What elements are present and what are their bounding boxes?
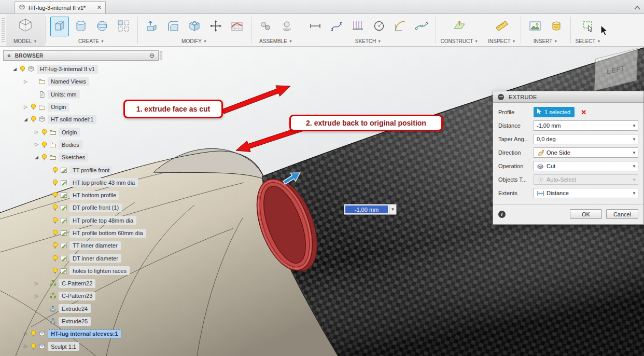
expand-arrow-icon[interactable]: ▷ (32, 294, 41, 298)
tree-item[interactable]: Extrude24 (3, 303, 159, 315)
visibility-bulb-icon[interactable] (52, 167, 60, 174)
tree-item[interactable]: ▷Origin (3, 126, 159, 138)
direction-select[interactable]: One Side▼ (534, 147, 638, 158)
plane-offset-tool-button[interactable] (450, 17, 469, 36)
tree-item[interactable]: HT profile top 48mm dia (3, 214, 159, 227)
ground-tool-button[interactable] (277, 17, 296, 36)
ok-button[interactable]: OK (570, 209, 602, 219)
visibility-bulb-icon[interactable] (41, 141, 49, 148)
box-tool-button[interactable] (50, 17, 69, 36)
insert-image-tool-button[interactable] (526, 17, 544, 36)
tree-item[interactable]: Units: mm (3, 88, 159, 101)
collapse-panel-icon[interactable]: « (7, 52, 11, 59)
expand-arrow-icon[interactable]: ▷ (21, 332, 30, 336)
chevron-down-icon[interactable]: ▼ (630, 137, 636, 142)
measure-tool-button[interactable] (493, 17, 511, 36)
shell-tool-button[interactable] (185, 17, 204, 36)
dialog-collapse-icon[interactable] (498, 94, 504, 100)
collapse-toolbar-button[interactable] (634, 5, 640, 11)
tree-item[interactable]: TT inner diameter (3, 239, 159, 252)
tree-item[interactable]: ▷HT-lug internal sleeves:1 (3, 327, 159, 340)
profile-selected-badge[interactable]: 1 selected (534, 107, 575, 117)
toolbar-menu-inspect[interactable]: INSPECT▼ (488, 38, 515, 46)
fit-spline-tool-button[interactable] (412, 17, 431, 36)
visibility-bulb-icon[interactable] (52, 217, 60, 224)
tree-item[interactable]: HT profile bottom 60mm dia (3, 227, 159, 239)
dialog-header[interactable]: EXTRUDE (493, 91, 643, 103)
tree-item[interactable]: TT profile front (3, 163, 159, 176)
visibility-bulb-icon[interactable] (52, 191, 60, 199)
clear-selection-icon[interactable]: ✕ (581, 109, 586, 116)
select-window-tool-button[interactable] (579, 17, 597, 36)
toolbar-menu-modify[interactable]: MODIFY▼ (181, 38, 207, 46)
chevron-down-icon[interactable]: ▼ (630, 124, 636, 128)
trim-tool-button[interactable] (348, 17, 367, 36)
toolbar-menu-create[interactable]: CREATE▼ (78, 38, 104, 46)
operation-select[interactable]: Cut▼ (534, 161, 638, 171)
toolbar-menu-model[interactable]: MODEL▼ (13, 38, 37, 46)
dimension-value[interactable]: -1,00 mm (345, 206, 388, 213)
collapse-arrow-icon[interactable]: ◢ (10, 67, 19, 72)
toolbar-menu-construct[interactable]: CONSTRUCT▼ (441, 38, 479, 46)
toolbar-grip[interactable] (2, 18, 5, 42)
circle-tool-tool-button[interactable] (370, 17, 388, 36)
tree-item[interactable]: ◢HT solid model:1 (3, 113, 159, 126)
dimension-input[interactable]: -1,00 mm ▼ (344, 204, 397, 215)
press-pull-tool-button[interactable] (143, 17, 161, 36)
visibility-bulb-icon[interactable] (30, 103, 38, 111)
form-tool-button[interactable] (228, 17, 246, 36)
expand-arrow-icon[interactable]: ▷ (32, 142, 41, 147)
toolbar-menu-sketch[interactable]: SKETCH▼ (355, 38, 382, 46)
visibility-bulb-icon[interactable] (52, 204, 60, 211)
tree-item[interactable]: ▷C-Pattern23 (3, 290, 159, 302)
pattern-rect-tool-button[interactable] (114, 17, 133, 36)
cylinder-tool-button[interactable] (72, 17, 90, 36)
spline-tool-button[interactable] (327, 17, 346, 36)
taper-ang-input[interactable]: 0,0 deg▼ (534, 134, 638, 144)
sketch-fillet-tool-button[interactable] (391, 17, 410, 36)
visibility-bulb-icon[interactable] (52, 229, 60, 237)
collapse-arrow-icon[interactable]: ◢ (32, 155, 41, 160)
tree-item[interactable]: ◢Sketches (3, 151, 159, 163)
expand-arrow-icon[interactable]: ▷ (21, 79, 30, 84)
expand-arrow-icon[interactable]: ▷ (32, 281, 41, 286)
visibility-bulb-icon[interactable] (52, 255, 60, 262)
canvas-3d[interactable]: 1. extrude face as cut 2. extrude back t… (0, 47, 644, 356)
move-tool-button[interactable] (206, 17, 225, 36)
visibility-bulb-icon[interactable] (41, 129, 49, 136)
tree-item[interactable]: HT bottom profile (3, 189, 159, 201)
browser-header[interactable]: « BROWSER ⊖ (3, 50, 159, 61)
extents-select[interactable]: Distance▼ (534, 188, 638, 198)
fillet-tool-button[interactable] (164, 17, 183, 36)
cancel-button[interactable]: Cancel (606, 209, 638, 219)
visibility-bulb-icon[interactable] (30, 116, 38, 123)
expand-arrow-icon[interactable]: ▷ (21, 105, 30, 109)
visibility-bulb-icon[interactable] (52, 242, 60, 249)
visibility-bulb-icon[interactable] (52, 179, 60, 186)
info-icon[interactable]: i (498, 211, 506, 218)
line-tool-tool-button[interactable] (306, 17, 325, 36)
toolbar-menu-insert[interactable]: INSERT▼ (534, 38, 557, 46)
tree-item[interactable]: ▷Sculpt 1:1 (3, 340, 159, 353)
tree-item[interactable]: Extrude25 (3, 315, 159, 327)
expand-arrow-icon[interactable]: ▷ (21, 344, 30, 349)
sphere-tool-button[interactable] (93, 17, 111, 36)
tree-item[interactable]: ▷Origin (3, 101, 159, 113)
expand-arrow-icon[interactable]: ▷ (32, 130, 41, 134)
visibility-bulb-icon[interactable] (52, 267, 60, 275)
tree-item[interactable]: ◢HT-lug-3-internal II v1 (3, 63, 159, 75)
visibility-bulb-icon[interactable] (19, 65, 27, 73)
document-tab[interactable]: HT-lug-3-internal II v1* ✕ (15, 1, 106, 13)
distance-input[interactable]: -1,00 mm▼ (534, 120, 638, 131)
tree-item[interactable]: ▷Named Views (3, 75, 159, 88)
tree-item[interactable]: holes to lighten races (3, 265, 159, 277)
toolbar-menu-assemble[interactable]: ASSEMBLE▼ (259, 38, 292, 46)
toolbar-menu-select[interactable]: SELECT▼ (576, 38, 601, 46)
dimension-dropdown-icon[interactable]: ▼ (389, 204, 396, 214)
tree-item[interactable]: DT inner diameter (3, 252, 159, 264)
model-cube-tool-button[interactable] (16, 17, 35, 36)
close-tab-icon[interactable]: ✕ (97, 5, 102, 10)
visibility-bulb-icon[interactable] (30, 330, 38, 337)
collapse-arrow-icon[interactable]: ◢ (21, 117, 30, 122)
tree-item[interactable]: ▷C-Pattern22 (3, 277, 159, 290)
